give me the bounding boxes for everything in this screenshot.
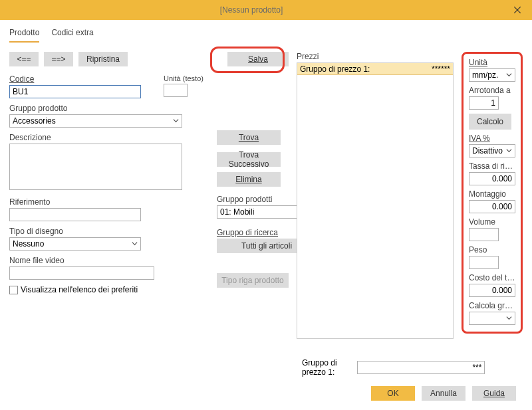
- reference-label: Riferimento: [9, 197, 141, 207]
- price-group-footer: Gruppo di prezzo 1:: [302, 358, 485, 377]
- weight-label: Peso: [469, 245, 515, 255]
- find-button[interactable]: Trova: [217, 130, 281, 145]
- drawing-type-select[interactable]: Nessuno: [9, 237, 141, 251]
- unit-value: mm/pz.: [472, 70, 498, 80]
- volume-label: Volume: [469, 217, 515, 227]
- chevron-down-icon: [506, 314, 512, 323]
- chevron-down-icon: [506, 70, 512, 80]
- recycle-tax-label: Tassa di ricic…: [469, 161, 515, 171]
- title-bar: [Nessun prodotto]: [0, 0, 532, 20]
- description-label: Descrizione: [9, 133, 182, 142]
- drawing-type-value: Nessuno: [13, 239, 44, 249]
- vat-value: Disattivo: [472, 146, 503, 155]
- products-group-label: Gruppo prodotti: [217, 195, 289, 204]
- prices-list: Gruppo di prezzo 1: ******: [297, 62, 454, 339]
- footer-buttons: OK Annulla Guida: [371, 386, 516, 401]
- calc-group-label: Calcola gruppo: [469, 301, 515, 310]
- calc-button[interactable]: Calcolo: [469, 114, 511, 130]
- calc-group-select[interactable]: [469, 312, 515, 325]
- vat-select[interactable]: Disattivo: [469, 144, 515, 157]
- favorites-label: Visualizza nell'elenco dei preferiti: [21, 285, 138, 294]
- description-textarea[interactable]: [9, 144, 182, 190]
- product-group-select[interactable]: Accessories: [9, 114, 182, 128]
- chevron-down-icon: [506, 146, 512, 155]
- round-input[interactable]: [469, 96, 499, 110]
- unit-text-input[interactable]: [164, 84, 188, 97]
- prices-label: Prezzi: [297, 52, 454, 61]
- volume-input[interactable]: [469, 228, 499, 241]
- product-group-label: Gruppo prodotto: [9, 104, 182, 113]
- find-next-button[interactable]: Trova Successivo: [217, 152, 281, 167]
- window-title: [Nessun prodotto]: [0, 5, 503, 15]
- cancel-button[interactable]: Annulla: [422, 386, 466, 401]
- price-group-footer-input[interactable]: [357, 361, 485, 374]
- chevron-down-icon: [173, 116, 179, 126]
- delete-button[interactable]: Elimina: [217, 172, 281, 187]
- price-group-footer-label: Gruppo di prezzo 1:: [302, 358, 350, 377]
- product-group-value: Accessories: [13, 116, 56, 126]
- recycle-tax-input[interactable]: [469, 172, 515, 185]
- drawing-type-label: Tipo di disegno: [9, 227, 141, 236]
- tab-product[interactable]: Prodotto: [9, 27, 39, 43]
- ok-button[interactable]: OK: [371, 386, 415, 401]
- code-input[interactable]: [9, 85, 141, 98]
- video-file-input[interactable]: [9, 266, 154, 280]
- assembly-label: Montaggio: [469, 189, 515, 199]
- transport-cost-input[interactable]: [469, 284, 515, 297]
- unit-select[interactable]: mm/pz.: [469, 68, 515, 82]
- weight-input[interactable]: [469, 256, 499, 269]
- chevron-down-icon: [132, 239, 138, 249]
- products-group-value: 01: Mobili: [220, 207, 254, 217]
- favorites-checkbox[interactable]: [9, 286, 18, 294]
- price-group-row-value: ******: [432, 64, 450, 74]
- row-type-button: Tipo riga prodotto: [217, 273, 289, 288]
- video-file-label: Nome file video: [9, 256, 154, 265]
- tab-bar: Prodotto Codici extra: [9, 27, 523, 43]
- next-button[interactable]: ==>: [44, 52, 73, 66]
- tab-extra-codes[interactable]: Codici extra: [51, 27, 93, 43]
- close-button[interactable]: [503, 0, 532, 20]
- unit-panel: Unità mm/pz. Arrotonda a Calcolo IVA %: [462, 52, 523, 334]
- help-button[interactable]: Guida: [472, 386, 516, 401]
- search-group-label: Gruppo di ricerca: [217, 228, 289, 237]
- save-button[interactable]: Salva: [227, 52, 289, 66]
- price-group-row-label: Gruppo di prezzo 1:: [300, 64, 370, 74]
- code-label: Codice: [9, 74, 141, 84]
- assembly-input[interactable]: [469, 200, 515, 213]
- vat-label: IVA %: [469, 134, 515, 143]
- price-group-row[interactable]: Gruppo di prezzo 1: ******: [297, 63, 453, 75]
- transport-cost-label: Costo del tra…: [469, 273, 515, 282]
- prev-button[interactable]: <==: [9, 52, 39, 66]
- close-icon: [514, 7, 521, 13]
- reference-input[interactable]: [9, 208, 141, 221]
- reset-button[interactable]: Ripristina: [78, 52, 128, 66]
- unit-text-label: Unità (testo): [164, 74, 188, 82]
- unit-label: Unità: [469, 58, 515, 67]
- round-label: Arrotonda a: [469, 86, 515, 95]
